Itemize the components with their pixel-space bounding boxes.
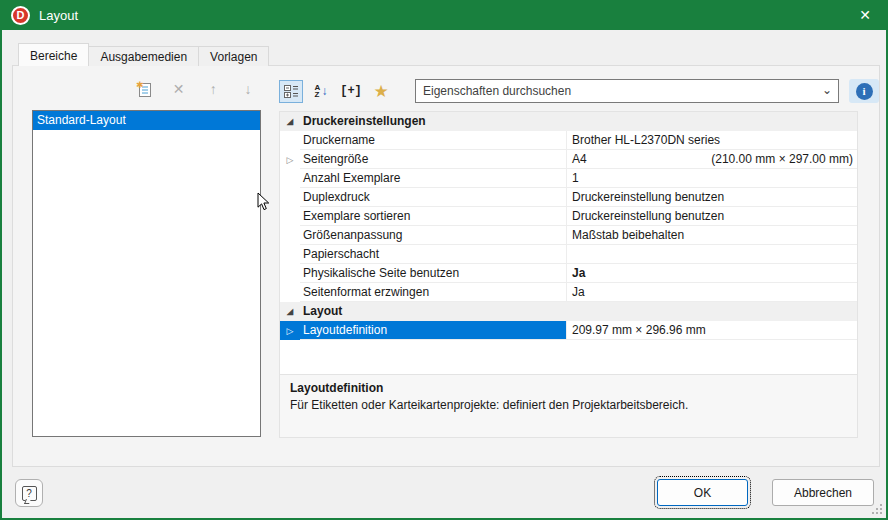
category-spacer bbox=[566, 302, 857, 321]
expand-all-icon[interactable]: [+] bbox=[339, 80, 363, 103]
property-value[interactable] bbox=[566, 245, 857, 264]
property-row[interactable]: DuplexdruckDruckereinstellung benutzen bbox=[280, 188, 857, 207]
row-expander-icon[interactable]: ▷ bbox=[280, 321, 300, 340]
ok-button[interactable]: OK bbox=[657, 479, 748, 506]
row-expander-icon[interactable]: ▷ bbox=[280, 150, 300, 169]
new-layout-icon[interactable]: ✱ bbox=[132, 78, 156, 100]
property-value-text: A4 bbox=[572, 150, 587, 168]
property-description: Layoutdefinition Für Etiketten oder Kart… bbox=[280, 374, 857, 437]
app-logo-icon: D bbox=[11, 6, 30, 25]
property-value[interactable]: Druckereinstellung benutzen bbox=[566, 207, 857, 226]
property-row[interactable]: Exemplare sortierenDruckereinstellung be… bbox=[280, 207, 857, 226]
sort-az-icon[interactable]: AZ↓ bbox=[309, 80, 333, 103]
categorized-view-icon[interactable] bbox=[279, 80, 303, 103]
property-value[interactable]: 209.97 mm × 296.96 mm bbox=[566, 321, 857, 340]
close-icon[interactable]: ✕ bbox=[842, 0, 888, 30]
row-gutter bbox=[280, 207, 300, 226]
layout-list[interactable]: Standard-Layout bbox=[32, 110, 261, 437]
title-bar: D Layout ✕ bbox=[0, 0, 888, 30]
property-value[interactable]: Druckereinstellung benutzen bbox=[566, 188, 857, 207]
property-label[interactable]: Seitengröße bbox=[300, 150, 566, 169]
category-row[interactable]: ◢Druckereinstellungen bbox=[280, 112, 857, 131]
property-value-text: Ja bbox=[572, 283, 585, 301]
property-value-text: Ja bbox=[572, 264, 585, 282]
row-gutter bbox=[280, 245, 300, 264]
properties-toolbar: AZ↓ [+] ★ ⌄ i bbox=[279, 79, 879, 103]
tab-bereiche[interactable]: Bereiche bbox=[18, 43, 89, 66]
property-label[interactable]: Duplexdruck bbox=[300, 188, 566, 207]
tab-vorlagen[interactable]: Vorlagen bbox=[198, 46, 269, 66]
property-value[interactable]: Maßstab beibehalten bbox=[566, 226, 857, 245]
property-value[interactable]: Ja bbox=[566, 264, 857, 283]
property-row[interactable]: GrößenanpassungMaßstab beibehalten bbox=[280, 226, 857, 245]
tab-bar: BereicheAusgabemedienVorlagen bbox=[18, 43, 268, 66]
category-name: Druckereinstellungen bbox=[300, 112, 566, 131]
property-value-text: Brother HL-L2370DN series bbox=[572, 131, 720, 149]
cancel-button[interactable]: Abbrechen bbox=[772, 479, 874, 506]
property-grid-rows: ◢DruckereinstellungenDruckernameBrother … bbox=[280, 112, 857, 340]
row-gutter bbox=[280, 264, 300, 283]
property-value[interactable]: Brother HL-L2370DN series bbox=[566, 131, 857, 150]
property-value-text: Druckereinstellung benutzen bbox=[572, 207, 724, 225]
layout-list-toolbar: ✱ ✕ ↑ ↓ bbox=[132, 77, 260, 101]
resize-grip[interactable] bbox=[872, 504, 883, 515]
delete-layout-icon[interactable]: ✕ bbox=[167, 78, 191, 100]
chevron-down-icon[interactable]: ⌄ bbox=[822, 83, 832, 97]
property-row[interactable]: DruckernameBrother HL-L2370DN series bbox=[280, 131, 857, 150]
row-gutter bbox=[280, 226, 300, 245]
category-expander-icon[interactable]: ◢ bbox=[280, 112, 300, 131]
window-title: Layout bbox=[39, 8, 78, 23]
property-value-text: 209.97 mm × 296.96 mm bbox=[572, 321, 706, 339]
property-label[interactable]: Exemplare sortieren bbox=[300, 207, 566, 226]
property-row[interactable]: Physikalische Seite benutzenJa bbox=[280, 264, 857, 283]
property-value-detail: (210.00 mm × 297.00 mm) bbox=[711, 150, 853, 168]
property-value[interactable]: A4(210.00 mm × 297.00 mm) bbox=[566, 150, 857, 169]
property-row[interactable]: ▷SeitengrößeA4(210.00 mm × 297.00 mm) bbox=[280, 150, 857, 169]
collapsed-triangle-icon: ▷ bbox=[287, 151, 294, 169]
row-gutter bbox=[280, 188, 300, 207]
property-value-text: Druckereinstellung benutzen bbox=[572, 188, 724, 206]
property-row[interactable]: ▷Layoutdefinition209.97 mm × 296.96 mm bbox=[280, 321, 857, 340]
property-label[interactable]: Größenanpassung bbox=[300, 226, 566, 245]
layout-dialog: D Layout ✕ BereicheAusgabemedienVorlagen… bbox=[0, 0, 888, 520]
property-grid: ◢DruckereinstellungenDruckernameBrother … bbox=[279, 111, 858, 438]
row-gutter bbox=[280, 283, 300, 302]
move-up-icon[interactable]: ↑ bbox=[201, 78, 225, 100]
property-label[interactable]: Druckername bbox=[300, 131, 566, 150]
property-value[interactable]: 1 bbox=[566, 169, 857, 188]
move-down-icon[interactable]: ↓ bbox=[236, 78, 260, 100]
category-name: Layout bbox=[300, 302, 566, 321]
category-spacer bbox=[566, 112, 857, 131]
property-label[interactable]: Seitenformat erzwingen bbox=[300, 283, 566, 302]
property-label[interactable]: Anzahl Exemplare bbox=[300, 169, 566, 188]
description-title: Layoutdefinition bbox=[290, 381, 847, 395]
info-button[interactable]: i bbox=[849, 79, 879, 103]
property-row[interactable]: Anzahl Exemplare1 bbox=[280, 169, 857, 188]
tab-ausgabemedien[interactable]: Ausgabemedien bbox=[88, 46, 199, 66]
category-row[interactable]: ◢Layout bbox=[280, 302, 857, 321]
help-icon: ? bbox=[22, 486, 37, 501]
property-row[interactable]: Seitenformat erzwingenJa bbox=[280, 283, 857, 302]
category-expander-icon[interactable]: ◢ bbox=[280, 302, 300, 321]
help-button[interactable]: ? bbox=[15, 479, 43, 507]
svg-text:✱: ✱ bbox=[136, 80, 144, 90]
row-gutter bbox=[280, 131, 300, 150]
property-label[interactable]: Layoutdefinition bbox=[300, 321, 566, 340]
search-input[interactable] bbox=[415, 79, 839, 103]
collapsed-triangle-icon: ▷ bbox=[287, 322, 294, 340]
property-value-text: Maßstab beibehalten bbox=[572, 226, 684, 244]
info-icon: i bbox=[856, 83, 873, 100]
property-value[interactable]: Ja bbox=[566, 283, 857, 302]
property-value-text: 1 bbox=[572, 169, 579, 187]
row-gutter bbox=[280, 169, 300, 188]
favorites-star-icon[interactable]: ★ bbox=[369, 80, 393, 103]
property-label[interactable]: Papierschacht bbox=[300, 245, 566, 264]
property-label[interactable]: Physikalische Seite benutzen bbox=[300, 264, 566, 283]
description-text: Für Etiketten oder Karteikartenprojekte:… bbox=[290, 398, 847, 412]
property-row[interactable]: Papierschacht bbox=[280, 245, 857, 264]
list-item[interactable]: Standard-Layout bbox=[33, 111, 260, 130]
